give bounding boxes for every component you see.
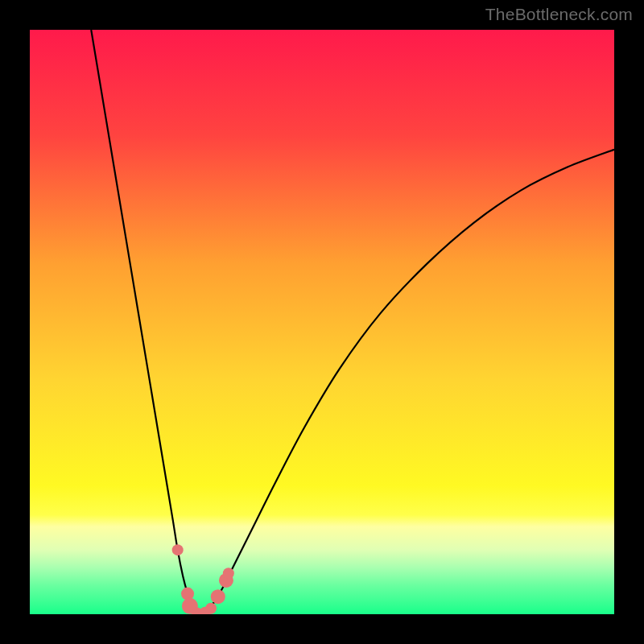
curve-right xyxy=(198,150,614,614)
marker-dot xyxy=(181,588,194,601)
chart-frame: TheBottleneck.com xyxy=(0,0,644,644)
curve-layer xyxy=(30,30,614,614)
marker-dot xyxy=(205,603,217,614)
marker-dot xyxy=(211,589,225,604)
watermark-text: TheBottleneck.com xyxy=(485,5,633,24)
plot-area xyxy=(30,30,614,614)
curve-left xyxy=(91,30,198,614)
critical-points xyxy=(172,544,234,614)
marker-dot xyxy=(223,568,234,579)
marker-dot xyxy=(172,544,184,555)
